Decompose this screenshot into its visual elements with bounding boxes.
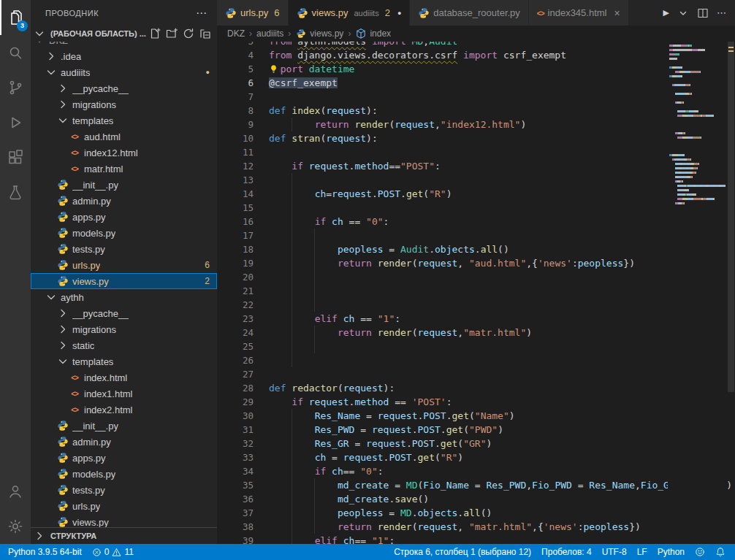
refresh-icon[interactable] — [183, 28, 194, 39]
workspace-section-header[interactable]: (РАБОЧАЯ ОБЛАСТЬ) ... — [31, 26, 217, 42]
more-actions-icon[interactable]: ⋯ — [717, 7, 726, 18]
code-line[interactable]: 32 Res_GR = request.POST.get("GR") — [217, 437, 735, 450]
tab-database-roouter-py[interactable]: database_roouter.py — [410, 0, 529, 26]
code-line[interactable]: 14 ch=request.POST.get("R") — [217, 187, 735, 201]
tab-views-py[interactable]: views.pyaudiiits2● — [289, 0, 411, 26]
account-icon[interactable] — [0, 474, 31, 509]
code-line[interactable]: 22 — [217, 298, 735, 312]
code-line[interactable]: 25 — [217, 340, 735, 353]
explorer-icon[interactable]: 3 — [0, 0, 31, 35]
code-line[interactable]: 5import datetime — [217, 62, 735, 76]
code-line[interactable]: 13 — [217, 173, 735, 187]
tree-item-audiiits[interactable]: audiiits● — [31, 64, 217, 80]
tree-item-index12-html[interactable]: <>index12.html — [31, 145, 217, 161]
tree-item-models-py[interactable]: models.py — [31, 225, 217, 241]
tree-item-tests-py[interactable]: tests.py — [31, 482, 217, 498]
tree-item-index-html[interactable]: <>index.html — [31, 369, 217, 386]
code-line[interactable]: 33 ch = request.POST.get("R") — [217, 450, 735, 464]
tree-item-dkz[interactable]: DKZ — [31, 42, 217, 48]
tree-item-urls-py[interactable]: urls.py — [31, 498, 217, 514]
tree-item-migrations[interactable]: migrations — [31, 321, 217, 337]
breadcrumb-item[interactable]: audiiits — [256, 28, 283, 39]
breadcrumb-item[interactable]: DKZ — [227, 28, 245, 39]
status-eol[interactable]: LF — [632, 544, 652, 560]
code-line[interactable]: 26 — [217, 353, 735, 367]
dirty-dot-icon[interactable]: ● — [397, 9, 401, 17]
code-line[interactable]: 12 if request.method=="POST": — [217, 159, 735, 173]
tree-item-views-py[interactable]: views.py — [31, 514, 217, 527]
code-editor[interactable]: 3from aythh.models import MD,Audit4from … — [217, 42, 735, 544]
tree-item-apps-py[interactable]: apps.py — [31, 450, 217, 466]
code-line[interactable]: 15 — [217, 201, 735, 215]
code-line[interactable]: 39 elif ch== "1": — [217, 534, 735, 544]
status-notifications[interactable] — [710, 544, 731, 560]
code-line[interactable]: 16 if ch == "0": — [217, 215, 735, 229]
tree-item-admin-py[interactable]: admin.py — [31, 193, 217, 209]
code-line[interactable]: 38 return render(request, "matr.html",{'… — [217, 520, 735, 534]
status-python-interpreter[interactable]: Python 3.9.5 64-bit — [3, 544, 87, 560]
code-line[interactable]: 27 — [217, 367, 735, 381]
tab-urls-py[interactable]: urls.py6 — [217, 0, 289, 26]
code-line[interactable]: 29 if request.method == 'POST': — [217, 395, 735, 409]
code-line[interactable]: 24 return render(request,"matr.html") — [217, 326, 735, 340]
code-line[interactable]: 37 peopless = MD.objects.all() — [217, 506, 735, 520]
tree-item-tests-py[interactable]: tests.py — [31, 241, 217, 257]
tree-item-models-py[interactable]: models.py — [31, 466, 217, 482]
run-icon[interactable]: ▶ — [663, 8, 669, 18]
code-line[interactable]: 19 return render(request, "aud.html",{'n… — [217, 256, 735, 270]
vertical-scrollbar[interactable] — [727, 42, 735, 544]
close-icon[interactable]: × — [614, 8, 620, 18]
code-line[interactable]: 6@csrf_exempt — [217, 76, 735, 90]
code-line[interactable]: 30 Res_Name = request.POST.get("Name") — [217, 409, 735, 423]
tree-item-admin-py[interactable]: admin.py — [31, 434, 217, 450]
split-editor-icon[interactable] — [697, 7, 709, 19]
outline-section-header[interactable]: СТРУКТУРА — [31, 527, 217, 544]
code-line[interactable]: 9 return render(request,"index12.html") — [217, 118, 735, 131]
status-indentation[interactable]: Пробелов: 4 — [536, 544, 597, 560]
code-line[interactable]: 23 elif ch == "1": — [217, 312, 735, 326]
lightbulb-icon[interactable] — [267, 62, 280, 76]
minimap[interactable] — [668, 42, 727, 544]
status-cursor-position[interactable]: Строка 6, столбец 1 (выбрано 12) — [389, 544, 536, 560]
tree-item-templates[interactable]: templates — [31, 112, 217, 129]
tree-item--idea[interactable]: .idea — [31, 48, 217, 64]
code-line[interactable]: 20 — [217, 270, 735, 284]
code-line[interactable]: 11 — [217, 145, 735, 159]
tree-item--init-py[interactable]: __init__.py — [31, 418, 217, 434]
extensions-icon[interactable] — [0, 140, 31, 175]
breadcrumb-item[interactable]: views.py — [295, 28, 343, 39]
tree-item-templates[interactable]: templates — [31, 353, 217, 369]
more-actions-icon[interactable]: ⋯ — [196, 7, 207, 20]
code-line[interactable]: 7 — [217, 90, 735, 104]
code-line[interactable]: 10def stran(request): — [217, 131, 735, 145]
tree-item-urls-py[interactable]: urls.py6 — [31, 257, 217, 273]
tree-item--pycache-[interactable]: __pycache__ — [31, 80, 217, 96]
tab-index345-html[interactable]: <>index345.html× — [529, 0, 629, 26]
run-dropdown-icon[interactable] — [677, 7, 689, 19]
tree-item-apps-py[interactable]: apps.py — [31, 209, 217, 225]
tree-item-matr-html[interactable]: <>matr.html — [31, 161, 217, 177]
code-line[interactable]: 3from aythh.models import MD,Audit — [217, 42, 735, 48]
tree-item-static[interactable]: static — [31, 337, 217, 353]
tree-item-migrations[interactable]: migrations — [31, 96, 217, 112]
code-line[interactable]: 18 peopless = Audit.objects.all() — [217, 242, 735, 256]
new-folder-icon[interactable] — [166, 28, 178, 39]
code-line[interactable]: 35 md_create = MD(Fio_Name = Res_PWD,Fio… — [217, 478, 735, 492]
source-control-icon[interactable] — [0, 70, 31, 105]
status-problems[interactable]: 011 — [87, 544, 139, 560]
tree-item-aud-html[interactable]: <>aud.html — [31, 129, 217, 145]
code-line[interactable]: 34 if ch== "0": — [217, 464, 735, 478]
tree-item-aythh[interactable]: aythh — [31, 289, 217, 305]
tree-item--init-py[interactable]: __init__.py — [31, 177, 217, 193]
settings-icon[interactable] — [0, 509, 31, 544]
breadcrumb-item[interactable]: index — [355, 28, 391, 39]
code-line[interactable]: 21 — [217, 284, 735, 298]
search-icon[interactable] — [0, 35, 31, 70]
code-line[interactable]: 36 md_create.save() — [217, 492, 735, 506]
tree-item--pycache-[interactable]: __pycache__ — [31, 305, 217, 321]
testing-icon[interactable] — [0, 175, 31, 210]
code-line[interactable]: 17 — [217, 229, 735, 242]
code-line[interactable]: 8def index(request): — [217, 104, 735, 118]
scrollbar-thumb[interactable] — [728, 42, 734, 392]
tree-item-views-py[interactable]: views.py2 — [31, 273, 217, 289]
